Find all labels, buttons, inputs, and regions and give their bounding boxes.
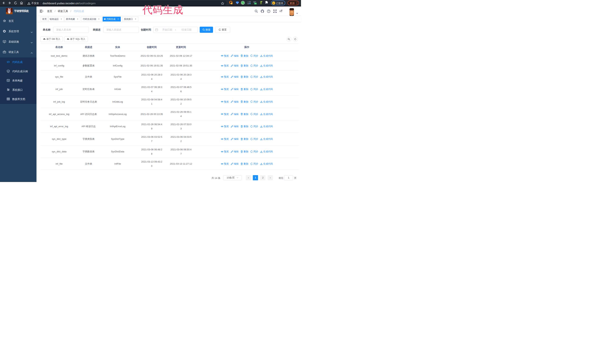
svg-text:1: 1 xyxy=(231,3,232,4)
svg-text:on: on xyxy=(255,3,256,4)
